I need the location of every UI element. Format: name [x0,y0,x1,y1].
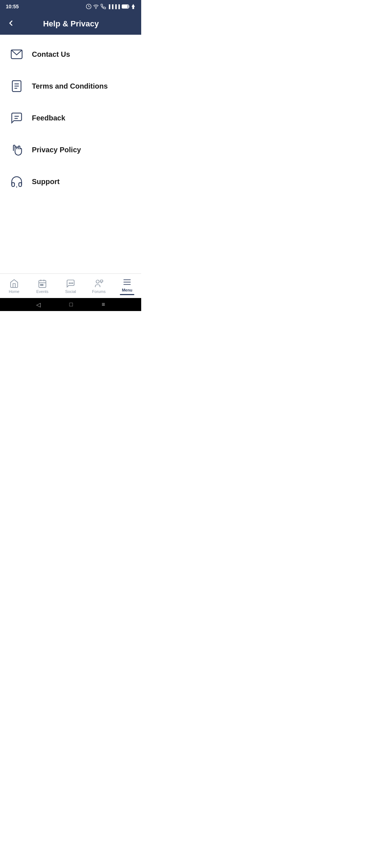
back-system-btn[interactable]: ◁ [36,301,41,308]
status-bar: 10:55 ▐▐▐▐ [0,0,141,13]
nav-events-label: Events [36,289,49,294]
nav-home-label: Home [9,289,19,294]
home-system-btn[interactable]: □ [69,301,73,308]
document-icon [9,78,25,94]
bottom-navigation: Home Events Social Forums Menu [0,273,141,298]
terms-label: Terms and Conditions [32,82,108,90]
nav-menu-label: Menu [122,288,133,292]
nav-home[interactable]: Home [0,279,28,294]
nav-menu[interactable]: Menu [113,277,141,295]
feedback-label: Feedback [32,114,65,122]
svg-point-22 [96,280,99,283]
back-button[interactable] [7,19,15,29]
svg-rect-18 [42,284,43,285]
svg-point-21 [72,283,73,284]
svg-point-20 [71,283,71,284]
svg-rect-13 [39,280,46,288]
feedback-item[interactable]: Feedback [0,102,141,134]
header: Help & Privacy [0,13,141,35]
contact-us-label: Contact Us [32,50,70,59]
privacy-policy-label: Privacy Policy [32,146,81,154]
recents-system-btn[interactable]: ≡ [102,301,105,308]
status-time: 10:55 [6,4,19,9]
svg-point-19 [69,283,70,284]
nav-social-label: Social [65,289,76,294]
nav-forums[interactable]: Forums [85,279,113,294]
contact-us-item[interactable]: Contact Us [0,38,141,70]
page-title: Help & Privacy [21,19,121,29]
nav-events[interactable]: Events [28,279,56,294]
mail-icon [9,46,25,62]
system-nav-bar: ◁ □ ≡ [0,298,141,311]
svg-rect-3 [122,5,127,8]
svg-marker-4 [131,4,135,9]
svg-rect-17 [41,284,42,285]
support-item[interactable]: Support [0,166,141,197]
menu-list: Contact Us Terms and Conditions Feedback… [0,35,141,273]
hand-icon [9,142,25,158]
nav-forums-label: Forums [92,289,105,294]
headset-icon [9,174,25,190]
chat-icon [9,110,25,126]
terms-item[interactable]: Terms and Conditions [0,70,141,102]
support-label: Support [32,178,60,186]
status-icons: ▐▐▐▐ [86,4,135,9]
nav-social[interactable]: Social [56,279,85,294]
active-indicator [120,294,134,295]
svg-point-1 [96,8,96,9]
svg-rect-23 [100,280,103,282]
privacy-policy-item[interactable]: Privacy Policy [0,134,141,166]
